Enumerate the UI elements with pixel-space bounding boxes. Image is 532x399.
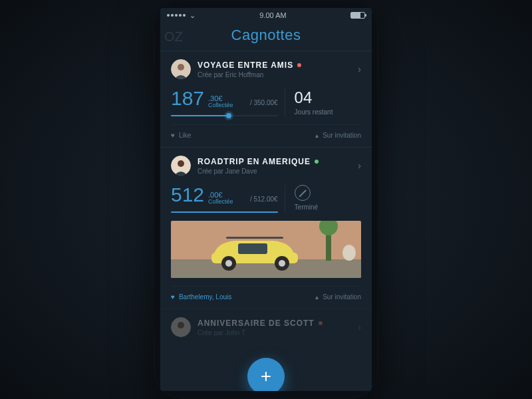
progress-bar bbox=[171, 211, 278, 213]
svg-point-17 bbox=[178, 322, 184, 329]
nav-bar: OZ Cagnottes bbox=[160, 23, 372, 51]
amount-integer: 187 bbox=[171, 88, 204, 108]
cagnotte-card[interactable]: VOYAGE ENTRE AMIS Crée par Eric Hoffman … bbox=[160, 51, 372, 147]
svg-point-3 bbox=[178, 160, 184, 167]
card-creator: Crée par Jane Dave bbox=[198, 168, 351, 175]
status-dot-icon bbox=[319, 321, 323, 325]
cagnotte-list: VOYAGE ENTRE AMIS Crée par Eric Hoffman … bbox=[160, 51, 372, 337]
page-title: Cagnottes bbox=[231, 27, 301, 43]
avatar bbox=[171, 156, 191, 176]
heart-icon: ♥ bbox=[171, 293, 175, 301]
nav-ghost-text: OZ bbox=[164, 29, 183, 45]
signal-dots-icon bbox=[167, 14, 186, 17]
battery-icon bbox=[350, 12, 365, 19]
amount-sublabel: Collectée bbox=[208, 102, 233, 108]
invite-label: ▴Sur invitation bbox=[315, 293, 361, 301]
screen: ⌄ 9.00 AM OZ Cagnottes bbox=[160, 8, 372, 391]
status-dot-icon bbox=[297, 63, 301, 67]
svg-point-12 bbox=[225, 260, 232, 267]
plus-icon: + bbox=[261, 367, 271, 386]
svg-point-14 bbox=[279, 260, 285, 267]
svg-point-1 bbox=[178, 64, 184, 70]
svg-point-8 bbox=[342, 245, 356, 261]
svg-rect-15 bbox=[226, 237, 283, 239]
goal-amount: / 512.00€ bbox=[250, 196, 278, 203]
status-dot-icon bbox=[315, 160, 319, 164]
status-bar: ⌄ 9.00 AM bbox=[160, 8, 372, 23]
avatar bbox=[171, 59, 191, 79]
add-button[interactable]: + bbox=[247, 358, 285, 391]
progress-bar bbox=[171, 115, 278, 116]
device-frame: ⌄ 9.00 AM OZ Cagnottes bbox=[154, 0, 378, 399]
days-remaining-number: 04 bbox=[295, 88, 361, 107]
card-title: ANNIVERSAIRE DE SCOTT bbox=[198, 319, 315, 328]
svg-rect-10 bbox=[238, 243, 267, 254]
like-button[interactable]: ♥Like bbox=[171, 132, 191, 139]
like-button[interactable]: ♥Barthelemy, Louis bbox=[171, 293, 231, 301]
heart-icon: ♥ bbox=[171, 132, 175, 139]
amount-integer: 512 bbox=[171, 185, 204, 205]
amount-sublabel: Collectée bbox=[208, 199, 233, 205]
cagnotte-card[interactable]: ROADTRIP EN AMERIQUE Crée par Jane Dave … bbox=[160, 147, 372, 309]
share-icon: ▴ bbox=[315, 293, 319, 301]
card-hero-image bbox=[171, 221, 361, 278]
done-icon bbox=[295, 185, 311, 201]
wifi-icon: ⌄ bbox=[190, 11, 196, 20]
chevron-right-icon[interactable]: › bbox=[358, 160, 361, 171]
chevron-right-icon[interactable]: › bbox=[358, 322, 361, 332]
done-label: Terminé bbox=[295, 203, 361, 211]
card-title: VOYAGE ENTRE AMIS bbox=[198, 61, 293, 70]
goal-amount: / 350.00€ bbox=[250, 99, 278, 106]
card-creator: Crée par John T bbox=[198, 329, 351, 336]
chevron-right-icon[interactable]: › bbox=[358, 64, 361, 74]
days-remaining-label: Jours restant bbox=[295, 108, 361, 116]
invite-label: ▴Sur invitation bbox=[315, 132, 361, 139]
card-title: ROADTRIP EN AMERIQUE bbox=[198, 157, 311, 166]
avatar bbox=[171, 317, 191, 337]
share-icon: ▴ bbox=[315, 132, 319, 139]
status-time: 9.00 AM bbox=[259, 11, 286, 19]
cagnotte-card[interactable]: ANNIVERSAIRE DE SCOTT Crée par John T › bbox=[160, 309, 372, 337]
card-creator: Crée par Eric Hoffman bbox=[198, 71, 351, 78]
